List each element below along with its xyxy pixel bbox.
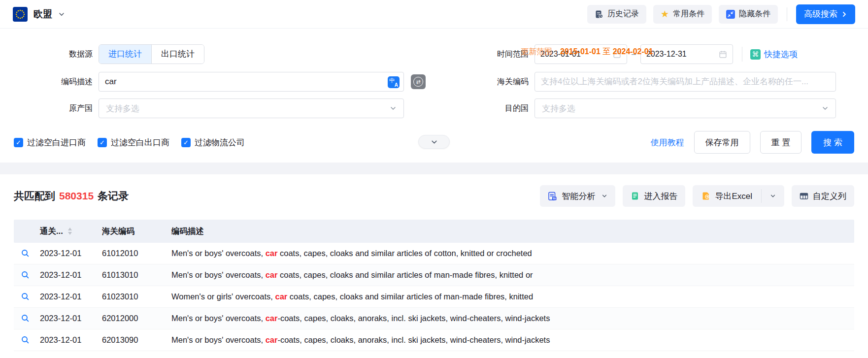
row-search-button[interactable] xyxy=(14,293,37,301)
history-icon xyxy=(595,10,603,19)
row-search-button[interactable] xyxy=(14,271,37,279)
cell-date: 2023-12-01 xyxy=(37,314,99,323)
tab-export-stats[interactable]: 出口统计 xyxy=(151,45,204,64)
topbar-divider xyxy=(787,7,787,21)
svg-text:BI: BI xyxy=(553,196,556,199)
hs-code-input[interactable] xyxy=(535,72,835,91)
desc-keyword: car xyxy=(266,335,278,344)
excel-export-icon xyxy=(701,192,710,200)
hs-code-field xyxy=(534,72,836,92)
table-row: 2023-12-01 62012000 Men's or boys' overc… xyxy=(14,308,854,329)
cell-desc: Men's or boys' overcoats, car-coats, cap… xyxy=(166,314,854,323)
translate-icon[interactable]: 中 A xyxy=(388,76,400,88)
filter-logistics-checkbox[interactable]: ✓ 过滤物流公司 xyxy=(181,137,245,148)
update-range-start: 2015-01-01 xyxy=(560,47,601,56)
update-range: 更新范围：2015-01-01 至 2024-02-01 xyxy=(521,47,653,57)
calendar-icon xyxy=(719,50,727,59)
export-excel-split-button: 导出Excel xyxy=(693,185,784,207)
desc-post: coats, capes, cloaks and similar article… xyxy=(277,270,533,279)
filter-blank-exporter-checkbox[interactable]: ✓ 过滤空白出口商 xyxy=(98,137,169,148)
cell-code: 62012000 xyxy=(99,314,166,323)
origin-select[interactable]: 支持多选 xyxy=(99,98,404,118)
cell-desc: Men's or boys' overcoats, car coats, cap… xyxy=(166,249,854,258)
collapse-icon xyxy=(726,10,735,19)
cell-code: 61023010 xyxy=(99,292,166,301)
custom-columns-label: 自定义列 xyxy=(813,191,846,202)
export-excel-button[interactable]: 导出Excel xyxy=(693,185,761,207)
update-range-to: 至 xyxy=(602,47,610,56)
header-clearance-date[interactable]: 通关... xyxy=(37,226,99,237)
export-options-button[interactable] xyxy=(762,185,784,207)
desc-keyword: car xyxy=(266,314,278,323)
hs-code-label: 海关编码 xyxy=(430,77,534,87)
smart-analysis-label: 智能分析 xyxy=(562,191,595,202)
save-favorite-button[interactable]: 保存常用 xyxy=(694,131,750,154)
cell-date: 2023-12-01 xyxy=(37,249,99,258)
export-excel-label: 导出Excel xyxy=(715,191,752,202)
row-search-button[interactable] xyxy=(14,336,37,344)
report-icon xyxy=(631,192,639,200)
magnifier-icon xyxy=(21,271,30,279)
date-end-input[interactable]: 2023-12-31 xyxy=(640,44,733,64)
cell-date: 2023-12-01 xyxy=(37,292,99,301)
row-search-button[interactable] xyxy=(14,249,37,258)
code-desc-input[interactable] xyxy=(99,72,403,91)
chevron-down-icon xyxy=(390,105,397,112)
filter-blank-importer-checkbox[interactable]: ✓ 过滤空白进口商 xyxy=(14,137,86,148)
desc-post: coats, capes, cloaks and similar article… xyxy=(277,249,532,258)
checkbox-checked-icon: ✓ xyxy=(98,138,107,147)
hide-conditions-label: 隐藏条件 xyxy=(739,9,770,19)
desc-keyword: car xyxy=(275,292,287,301)
region-selector[interactable]: 欧盟 xyxy=(13,7,65,22)
sort-asc-icon xyxy=(68,228,72,230)
table-row: 2023-12-01 61013010 Men's or boys' overc… xyxy=(14,264,854,286)
row-search-button[interactable] xyxy=(14,314,37,323)
topbar-actions: 历史记录 ★ 常用条件 隐藏条件 高级搜索 xyxy=(587,4,855,24)
advanced-search-button[interactable]: 高级搜索 xyxy=(796,4,855,24)
results-header: 共匹配到 580315 条记录 BI 智能分析 进入报告 导出Excel xyxy=(0,185,868,207)
table-header-row: 通关... 海关编码 编码描述 xyxy=(14,220,854,243)
destination-select[interactable]: 支持多选 xyxy=(534,98,836,118)
magnifier-icon xyxy=(21,293,30,301)
tutorial-link[interactable]: 使用教程 xyxy=(651,137,684,148)
chevron-down-icon xyxy=(822,105,829,112)
search-button[interactable]: 搜 索 xyxy=(811,131,854,154)
desc-pre: Men's or boys' overcoats, xyxy=(171,314,266,323)
magnifier-icon xyxy=(21,249,30,258)
checkbox-checked-icon: ✓ xyxy=(14,138,23,147)
quick-options-button[interactable]: ⌘ 快捷选项 xyxy=(750,49,798,60)
destination-label: 目的国 xyxy=(430,103,534,114)
favorites-label: 常用条件 xyxy=(673,9,704,19)
search-form: 更新范围：2015-01-01 至 2024-02-01 数据源 进口统计 出口… xyxy=(0,44,868,154)
custom-columns-button[interactable]: 自定义列 xyxy=(792,185,854,207)
enter-report-button[interactable]: 进入报告 xyxy=(623,185,685,207)
eu-flag-icon xyxy=(13,7,28,22)
chevron-down-icon xyxy=(431,138,438,146)
sort-control[interactable] xyxy=(68,228,72,235)
favorites-button[interactable]: ★ 常用条件 xyxy=(653,5,712,24)
tab-import-stats[interactable]: 进口统计 xyxy=(99,45,151,64)
desc-post: -coats, capes, cloaks, anoraks, incl. sk… xyxy=(277,314,550,323)
hide-conditions-button[interactable]: 隐藏条件 xyxy=(719,5,778,24)
reset-button[interactable]: 重 置 xyxy=(760,131,802,154)
filter-blank-importer-label: 过滤空白进口商 xyxy=(27,137,86,148)
smart-analysis-button[interactable]: BI 智能分析 xyxy=(540,185,615,207)
command-icon: ⌘ xyxy=(750,49,761,60)
exchange-button[interactable]: ⇄ xyxy=(411,74,426,89)
history-button[interactable]: 历史记录 xyxy=(587,5,646,24)
header-code-desc: 编码描述 xyxy=(166,226,854,237)
collapse-form-button[interactable] xyxy=(418,135,450,149)
update-range-end: 2024-02-01 xyxy=(613,47,653,56)
chevron-right-icon xyxy=(841,11,847,17)
origin-label: 原产国 xyxy=(0,103,99,114)
region-name: 欧盟 xyxy=(33,8,52,21)
cell-desc: Women's or girls' overcoats, car coats, … xyxy=(166,292,854,301)
columns-icon xyxy=(800,192,808,200)
cell-desc: Men's or boys' overcoats, car-coats, cap… xyxy=(166,335,854,345)
desc-pre: Men's or boys' overcoats, xyxy=(171,335,266,344)
chevron-down-icon xyxy=(770,193,776,199)
history-label: 历史记录 xyxy=(607,9,639,19)
cell-date: 2023-12-01 xyxy=(37,270,99,280)
table-row: 2023-12-01 61012010 Men's or boys' overc… xyxy=(14,243,854,264)
advanced-search-label: 高级搜索 xyxy=(804,8,837,20)
